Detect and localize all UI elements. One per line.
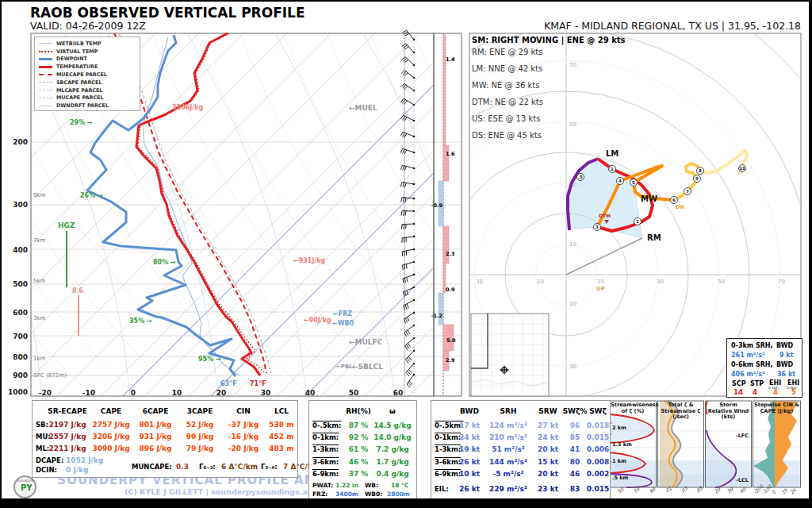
lcl-label: -LCL: [736, 477, 749, 483]
dcin-value: 0 J/kg: [66, 467, 88, 474]
cell: 483 m: [269, 445, 293, 452]
row-label: 3-6km:: [312, 459, 339, 466]
cell: 0.018: [587, 422, 609, 429]
cell: 14.0 g/kg: [373, 434, 412, 441]
srh3-header: 0-3km SRH,: [731, 343, 773, 349]
cell: 87 %: [349, 422, 369, 429]
cell: 3090 J/kg: [92, 445, 129, 452]
cell: 79 J/kg: [186, 445, 214, 452]
cell: 0.006: [587, 446, 609, 453]
cell: 801 J/kg: [140, 421, 172, 429]
muecape-line-swatch: [39, 74, 52, 75]
cell: 0.015: [587, 434, 609, 441]
cell: -5 m²/s²: [492, 471, 523, 478]
cin-cape-title: Stepwise CIN & CAPE (J/kg): [754, 402, 799, 414]
cell: 90 J/kg: [186, 433, 214, 441]
cell: 0.015: [587, 486, 609, 493]
streamwiseness-title: Streamwiseness of ζ (%): [611, 402, 655, 414]
cell: 96: [570, 422, 580, 429]
cell: 1.7 g/kg: [376, 459, 408, 466]
col-header: CAPE: [101, 408, 121, 415]
pwat-label: PWAT:: [312, 483, 333, 489]
wb-label: WB:: [365, 483, 378, 489]
row-label: 1-3km:: [435, 446, 461, 453]
cell: 15 kt: [538, 459, 558, 466]
legend-label: DWNDRFT PARCEL: [56, 102, 109, 109]
cell: 2197 J/kg: [48, 421, 86, 429]
row-label: EIL:: [435, 486, 449, 493]
pwat-value: 1.22 in: [335, 483, 358, 489]
cell: 210 m²/s²: [489, 434, 527, 441]
row-label: 0-.5km:: [312, 422, 342, 429]
height-label: 1.5 km: [612, 441, 632, 448]
cell: -37 J/kg: [228, 421, 259, 429]
bwd6-value: 36 kt: [777, 371, 795, 378]
scp-value: 14: [733, 389, 743, 396]
row-label: ML:: [36, 445, 49, 452]
legend-label: MUECAPE PARCEL: [56, 71, 107, 78]
lr03-label: Γ₀₋₃:: [199, 464, 216, 471]
temperature-line-swatch: [39, 66, 52, 68]
height-label: .5 km: [612, 475, 629, 481]
cell: 144 m²/s²: [489, 459, 527, 466]
dcape-value: 1052 J/kg: [66, 457, 103, 464]
col-header: SWζ: [589, 408, 607, 415]
srh-summary-box: 0-3km SRH, BWD 261 m²/s² 9 kt 0-6km SRH,…: [726, 338, 802, 398]
row-label: 3-6km:: [435, 459, 461, 466]
scp-header: SCP: [732, 381, 746, 387]
muncape-value: 0.3: [176, 464, 189, 471]
cell: 7.2 g/kg: [376, 446, 408, 453]
cell: 2557 J/kg: [48, 433, 86, 441]
cell: 3206 J/kg: [92, 433, 129, 441]
omega-header: ω: [389, 408, 396, 415]
legend-label: MUCAPE PARCEL: [56, 94, 104, 101]
legend-label: VIRTUAL TEMP: [56, 48, 98, 55]
legend-label: TEMPERATURE: [56, 64, 98, 70]
cell: 52 J/kg: [186, 421, 214, 429]
tick: 0: [771, 488, 777, 495]
cell: 17 kt: [459, 422, 480, 429]
col-header: 3CAPE: [187, 408, 213, 415]
wb0-label: WB0:: [365, 491, 382, 498]
col-header: CIN: [236, 408, 251, 415]
lr03-value: 6 Δ°C/km: [221, 464, 258, 471]
vorticity-title: Total ζ & Streamwise ζ (/sec): [659, 402, 703, 421]
cell: 2211 J/kg: [48, 445, 86, 452]
cell: 0.008: [587, 459, 609, 466]
bwd3-value: 9 kt: [779, 352, 794, 359]
logo-main-text: PY: [21, 484, 33, 492]
row-label: 1-3km:: [312, 446, 339, 453]
dewpoint-line-swatch: [39, 58, 52, 60]
cell: 46: [570, 471, 580, 478]
cell: 20 kt: [538, 446, 558, 453]
figure-canvas: RAOB OBSERVED VERTICAL PROFILE VALID: 04…: [2, 2, 809, 498]
dwndrft-line-swatch: [39, 106, 52, 106]
bwd3-header: BWD: [776, 343, 793, 349]
wb0-value: 2800m: [387, 491, 410, 498]
row-label: 0-1km:: [312, 434, 339, 441]
srh3-value: 261 m²/s²: [731, 352, 765, 359]
col-header: SWζ%: [563, 408, 588, 415]
lfc-label: -LFC: [736, 433, 749, 439]
col-header: LCL: [274, 408, 289, 415]
bwd6-header: BWD: [776, 362, 793, 368]
col-header: 6CAPE: [143, 408, 169, 415]
cell: 37 %: [349, 471, 369, 478]
cell: 538 m: [269, 421, 293, 429]
cell: 20 kt: [538, 471, 558, 478]
cell: -20 J/kg: [228, 445, 259, 452]
legend-label: WETBULB TEMP: [56, 40, 102, 47]
lr36-label: Γ₃₋₆:: [261, 464, 278, 471]
wb-value: 18 °C: [391, 483, 408, 489]
height-label: 2 km: [612, 425, 626, 431]
wetbulb-line-swatch: [39, 43, 52, 44]
frz-label: FRZ:: [312, 491, 327, 498]
col-header: SRW: [538, 408, 557, 415]
skewt-legend: WETBULB TEMP VIRTUAL TEMP DEWPOINT TEMPE…: [34, 37, 140, 111]
cell: 46 %: [349, 459, 369, 466]
cell: 26 kt: [459, 486, 480, 493]
cell: 931 J/kg: [140, 433, 172, 441]
cell: 24 kt: [459, 434, 480, 441]
col-header: SRH: [500, 408, 517, 415]
frz-value: 3400m: [335, 491, 358, 498]
